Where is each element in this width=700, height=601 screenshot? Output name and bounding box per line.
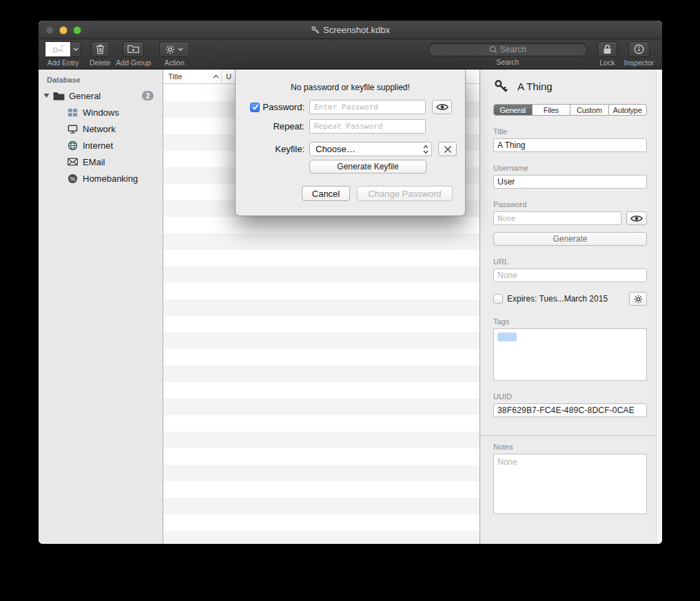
table-row[interactable]	[163, 481, 480, 498]
info-icon	[634, 44, 644, 54]
folder-plus-icon	[127, 45, 139, 54]
change-password-button[interactable]: Change Password	[357, 186, 453, 201]
sidebar-item-label: Network	[83, 124, 116, 134]
table-row[interactable]	[163, 399, 480, 415]
generate-keyfile-button[interactable]: Generate Keyfile	[309, 160, 426, 173]
inspector-scrollbar[interactable]	[656, 70, 662, 544]
svg-text:%: %	[70, 175, 75, 182]
gear-icon	[165, 45, 175, 54]
title-label: Title	[493, 127, 647, 136]
column-title[interactable]: Title	[163, 70, 221, 83]
tags-label: Tags	[493, 317, 647, 326]
sidebar-item-email[interactable]: EMail	[39, 154, 163, 170]
key-plus-icon	[45, 42, 70, 56]
zoom-button[interactable]	[73, 26, 81, 34]
reveal-dialog-password-button[interactable]	[432, 100, 452, 114]
table-row[interactable]	[163, 283, 480, 299]
internet-icon	[66, 140, 79, 151]
table-row[interactable]	[163, 465, 480, 481]
tab-custom[interactable]: Custom	[570, 105, 608, 115]
table-row[interactable]	[163, 299, 480, 316]
close-button[interactable]	[45, 26, 54, 34]
network-icon	[66, 124, 79, 134]
tab-autotype[interactable]: Autotype	[608, 105, 647, 115]
entry-key-icon	[493, 78, 508, 94]
cancel-button[interactable]: Cancel	[302, 186, 350, 201]
uuid-input[interactable]	[493, 403, 647, 417]
tags-box[interactable]	[493, 328, 647, 381]
table-row[interactable]	[163, 432, 480, 448]
table-row[interactable]	[163, 498, 480, 514]
password-checkbox[interactable]	[250, 103, 260, 112]
table-row[interactable]	[163, 448, 480, 465]
inspector-divider	[480, 435, 662, 436]
keyfile-popup[interactable]: Choose…	[309, 142, 432, 156]
table-row[interactable]	[163, 233, 480, 250]
table-row[interactable]	[163, 316, 480, 333]
delete-button[interactable]	[91, 41, 110, 57]
dialog-repeat-input[interactable]	[309, 119, 426, 134]
generate-button[interactable]: Generate	[493, 232, 647, 246]
window-title: Screenshot.kdbx	[311, 25, 390, 35]
password-field-input[interactable]	[493, 211, 621, 225]
tab-files[interactable]: Files	[532, 105, 570, 115]
popup-stepper-icon	[423, 145, 429, 154]
delete-label: Delete	[90, 59, 110, 67]
sidebar-item-windows[interactable]: Windows	[39, 104, 163, 120]
search-label: Search	[496, 58, 519, 66]
inspector-button[interactable]	[628, 41, 650, 57]
sidebar-header: Database	[47, 76, 163, 84]
group-badge: 2	[142, 91, 154, 101]
minimize-button[interactable]	[59, 26, 68, 34]
table-row[interactable]	[163, 382, 480, 399]
sidebar-group-label: General	[69, 91, 101, 101]
search-icon	[489, 45, 497, 54]
gear-small-icon	[634, 295, 643, 304]
change-password-dialog: No password or keyfile supplied! Passwor…	[235, 70, 466, 216]
url-label: URL	[493, 257, 647, 266]
sidebar-item-internet[interactable]: Internet	[39, 137, 163, 154]
eye-icon	[436, 103, 449, 111]
dialog-keyfile-label: Keyfile:	[275, 144, 305, 154]
username-input[interactable]	[493, 175, 647, 189]
check-icon	[251, 103, 259, 111]
chevron-down-icon	[178, 48, 183, 51]
windows-icon	[66, 107, 79, 118]
entry-title: A Thing	[517, 81, 553, 92]
search-field[interactable]: Search	[428, 43, 588, 56]
action-button[interactable]	[159, 41, 189, 57]
table-row[interactable]	[163, 250, 480, 266]
add-entry-button[interactable]	[45, 41, 81, 57]
chevron-down-icon[interactable]	[70, 42, 81, 56]
lock-icon	[603, 44, 612, 54]
url-input[interactable]	[493, 268, 647, 282]
title-input[interactable]	[493, 138, 647, 152]
sidebar-group-general[interactable]: General 2	[39, 87, 163, 104]
dialog-password-input[interactable]	[309, 100, 426, 114]
lock-button[interactable]	[597, 41, 617, 57]
clear-keyfile-button[interactable]	[438, 142, 457, 156]
table-row[interactable]	[163, 415, 480, 432]
homebanking-icon: %	[66, 173, 79, 184]
tab-general[interactable]: General	[494, 105, 532, 115]
add-group-button[interactable]	[123, 41, 144, 57]
sidebar-item-homebanking[interactable]: %Homebanking	[39, 170, 163, 187]
table-row[interactable]	[163, 333, 480, 349]
trash-icon	[96, 44, 105, 54]
table-row[interactable]	[163, 217, 480, 233]
table-row[interactable]	[163, 514, 480, 531]
sidebar-item-network[interactable]: Network	[39, 120, 163, 137]
disclosure-triangle-icon[interactable]	[43, 93, 50, 98]
sidebar-item-label: Internet	[83, 140, 113, 151]
table-row[interactable]	[163, 266, 480, 283]
reveal-password-button[interactable]	[626, 211, 647, 225]
table-row[interactable]	[163, 531, 480, 544]
sort-ascending-icon	[213, 74, 219, 78]
expires-checkbox[interactable]	[493, 294, 503, 304]
tag-chip[interactable]	[497, 333, 517, 341]
table-row[interactable]	[163, 349, 480, 366]
expires-settings-button[interactable]	[629, 292, 647, 306]
notes-textarea[interactable]	[493, 454, 647, 514]
table-row[interactable]	[163, 366, 480, 382]
expires-label: Expires: Tues...March 2015	[507, 294, 608, 304]
